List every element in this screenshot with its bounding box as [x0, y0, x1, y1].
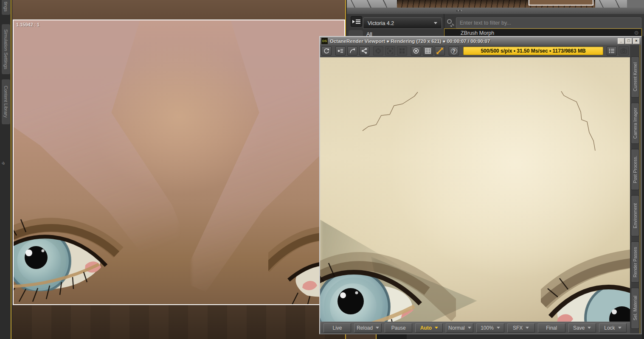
render-region-button[interactable]: [411, 46, 421, 56]
screen-edge-sliver: [642, 36, 644, 339]
sidebar-tab-label: Simulation Settings: [3, 29, 8, 69]
close-button[interactable]: ×: [633, 38, 640, 44]
aux-groundplane-right: [595, 0, 627, 8]
window-title: OctaneRender Viewport ● Rendering (720 x…: [330, 39, 490, 44]
viewport-dimmed-area: [12, 305, 346, 339]
snapshot-camera-button: [619, 46, 629, 56]
button-label: Normal: [448, 325, 465, 331]
sfx-button[interactable]: SFX: [507, 323, 535, 333]
sidebar-tab-label: Content Library: [3, 86, 8, 118]
mesh-seam-lines: [363, 91, 600, 193]
button-label: Pause: [391, 325, 406, 331]
gear-icon[interactable]: ⚙: [634, 30, 639, 36]
pane-sliver: [377, 334, 407, 339]
viewport-render-face: 1.15942 : 1: [14, 20, 344, 304]
pane-sliver: [407, 334, 644, 339]
pane-menu-lines-icon: [356, 21, 360, 22]
node-selector-dropdown[interactable]: Victoria 4.2: [363, 17, 442, 29]
export-scene-button[interactable]: [359, 46, 369, 56]
send-to-octane-button[interactable]: [347, 46, 357, 56]
live-button[interactable]: Live: [323, 323, 351, 333]
button-label: Auto: [420, 325, 432, 331]
pick-material-button: [385, 46, 395, 56]
fit-viewport-button[interactable]: [435, 46, 445, 56]
chevron-down-icon: [588, 327, 591, 329]
save-button[interactable]: Save: [568, 323, 596, 333]
normal-mode-button[interactable]: Normal: [446, 323, 473, 333]
button-label: Save: [573, 325, 585, 331]
octane-render-image[interactable]: [320, 57, 630, 322]
chevron-down-icon: [435, 327, 438, 329]
auto-button[interactable]: Auto: [415, 323, 443, 333]
chevron-down-icon: [618, 327, 622, 329]
tab-environment[interactable]: Environment: [631, 195, 639, 236]
mesh-grid-button[interactable]: [423, 46, 433, 56]
button-label: Live: [333, 325, 342, 331]
tab-label: Camera Imager: [633, 108, 638, 139]
search-options-chevron-icon[interactable]: [450, 25, 453, 27]
render-target-node-button[interactable]: [335, 46, 346, 56]
viewport-sliver: [346, 334, 376, 339]
daz-main-viewport[interactable]: 1.15942 : 1: [12, 0, 346, 339]
tab-current-kernel[interactable]: Current Kernel: [631, 56, 639, 98]
tab-label: Environment: [633, 203, 638, 228]
tab-render-passes[interactable]: Render Passes: [631, 241, 639, 283]
zoom-level-button[interactable]: 100%: [476, 323, 504, 333]
octane-titlebar[interactable]: DS OctaneRender Viewport ● Rendering (72…: [320, 37, 641, 45]
aux-groundplane-left: [347, 0, 397, 8]
chevron-down-icon: [468, 327, 471, 329]
render-log-button[interactable]: [607, 46, 617, 56]
search-icon[interactable]: [447, 19, 452, 24]
render-progress-text: 500/500 s/pix • 31.50 Ms/sec • 1173/9863…: [481, 48, 585, 54]
tab-label: Render Passes: [633, 247, 638, 277]
octane-toolbar: ? 500/500 s/pix • 31.50 Ms/sec • 1173/98…: [320, 45, 630, 57]
pause-button[interactable]: Pause: [385, 323, 412, 333]
viewport-aspect-frame: 1.15942 : 1: [13, 20, 345, 305]
tab-sel-material[interactable]: Sel. Material: [631, 288, 639, 329]
octane-render-window: DS OctaneRender Viewport ● Rendering (72…: [319, 36, 642, 334]
chevron-down-icon: [376, 327, 379, 329]
sidebar-tab-simulation-settings[interactable]: Simulation Settings: [1, 24, 11, 75]
chevron-down-icon: [497, 327, 500, 329]
question-mark-icon: ?: [451, 48, 457, 54]
button-label: SFX: [513, 325, 523, 331]
sidebar-tab-label: tings: [3, 2, 8, 11]
button-label: Lock: [604, 325, 615, 331]
final-button[interactable]: Final: [538, 323, 565, 333]
aux-aspect-frame: [529, 0, 593, 6]
filter-input[interactable]: [456, 17, 641, 28]
tab-label: Sel. Material: [633, 296, 638, 320]
maximize-button[interactable]: □: [625, 38, 632, 44]
daz-studio-screen: tings Simulation Settings Content Librar…: [0, 0, 644, 339]
pick-focus-button: [373, 46, 383, 56]
sidebar-tab-partial[interactable]: tings: [1, 0, 11, 15]
morph-item-label: ZBrush Morph: [461, 30, 494, 36]
left-dock-tabstrip: tings Simulation Settings Content Librar…: [0, 0, 11, 339]
pane-menu-button[interactable]: [351, 16, 362, 27]
quad-view-button: [397, 46, 407, 56]
octane-settings-tabstrip: Current Kernel Camera Imager Post Proces…: [630, 45, 641, 333]
splitter-grip-icon: [456, 10, 458, 11]
render-progress-bar: 500/500 s/pix • 31.50 Ms/sec • 1173/9863…: [463, 47, 603, 55]
aux-right-edge: [627, 0, 644, 8]
minimize-button[interactable]: _: [618, 38, 624, 44]
octane-bottom-toolbar: Live Reload Pause Auto Normal: [320, 322, 630, 333]
right-eye-render: [541, 233, 630, 322]
help-button[interactable]: ?: [449, 46, 459, 56]
aspect-ratio-label: 1.15942 : 1: [16, 22, 39, 27]
left-eye-render: [320, 229, 456, 322]
reload-button[interactable]: Reload: [354, 323, 382, 333]
chevron-down-icon: [434, 22, 437, 24]
refresh-button[interactable]: [321, 46, 332, 56]
aux-viewport-sliver[interactable]: [347, 0, 644, 8]
lock-button[interactable]: Lock: [599, 323, 627, 333]
tab-label: Current Kernel: [633, 62, 638, 91]
dock-collapse-chevron-icon[interactable]: »: [0, 160, 7, 167]
node-selector-value: Victoria 4.2: [368, 20, 394, 26]
tab-post-process[interactable]: Post Process.: [631, 149, 639, 190]
ds-app-icon: DS: [321, 38, 328, 44]
button-label: Reload: [357, 325, 373, 331]
sidebar-tab-content-library[interactable]: Content Library: [1, 79, 11, 125]
horizontal-splitter[interactable]: [347, 8, 644, 14]
tab-camera-imager[interactable]: Camera Imager: [631, 103, 639, 144]
